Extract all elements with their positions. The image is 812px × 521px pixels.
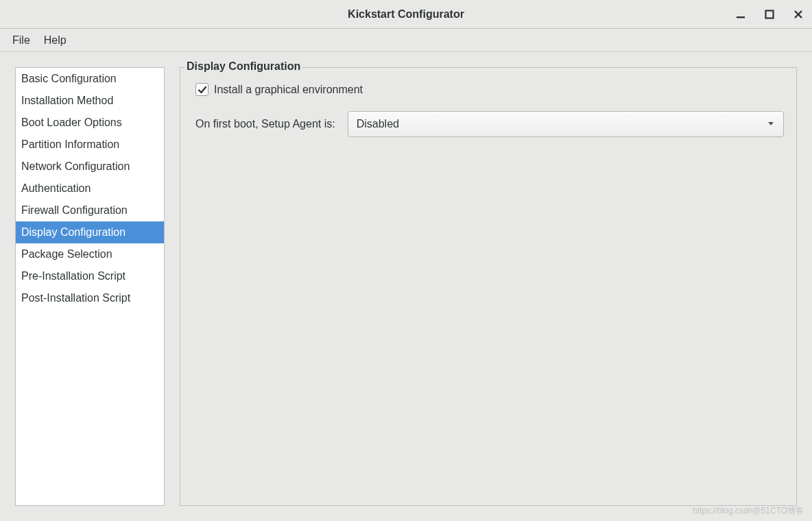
- close-icon: [793, 10, 803, 19]
- menubar: File Help: [0, 29, 812, 52]
- window-controls: [732, 0, 807, 28]
- close-button[interactable]: [790, 6, 807, 23]
- setup-agent-combo[interactable]: Disabled: [348, 111, 784, 137]
- checkmark-icon: [198, 85, 207, 95]
- chevron-down-icon: [767, 118, 775, 130]
- sidebar-item-pre-installation-script[interactable]: Pre-Installation Script: [16, 265, 164, 287]
- sidebar-item-basic-configuration[interactable]: Basic Configuration: [16, 68, 164, 90]
- sidebar-item-post-installation-script[interactable]: Post-Installation Script: [16, 287, 164, 309]
- sidebar-item-authentication[interactable]: Authentication: [16, 178, 164, 199]
- minimize-button[interactable]: [732, 6, 749, 23]
- maximize-icon: [765, 10, 774, 19]
- sidebar-item-package-selection[interactable]: Package Selection: [16, 243, 164, 265]
- menu-help[interactable]: Help: [37, 32, 73, 49]
- sidebar-item-boot-loader-options[interactable]: Boot Loader Options: [16, 112, 164, 134]
- setup-agent-label: On first boot, Setup Agent is:: [195, 118, 335, 130]
- install-graphical-row: Install a graphical environment: [195, 83, 784, 96]
- sidebar-item-network-configuration[interactable]: Network Configuration: [16, 156, 164, 178]
- sidebar-item-display-configuration[interactable]: Display Configuration: [16, 221, 164, 243]
- group-title: Display Configuration: [184, 60, 302, 73]
- sidebar-item-installation-method[interactable]: Installation Method: [16, 90, 164, 112]
- maximize-button[interactable]: [761, 6, 778, 23]
- content-wrapper: Basic Configuration Installation Method …: [0, 52, 812, 521]
- display-configuration-group: Display Configuration Install a graphica…: [180, 67, 797, 506]
- svg-rect-1: [766, 10, 774, 18]
- sidebar-item-partition-information[interactable]: Partition Information: [16, 134, 164, 156]
- main-panel: Display Configuration Install a graphica…: [180, 67, 797, 506]
- sidebar: Basic Configuration Installation Method …: [15, 67, 165, 506]
- menu-file[interactable]: File: [5, 32, 37, 49]
- svg-marker-4: [768, 122, 774, 125]
- svg-rect-0: [737, 16, 745, 18]
- sidebar-item-firewall-configuration[interactable]: Firewall Configuration: [16, 199, 164, 221]
- window-title: Kickstart Configurator: [348, 8, 464, 21]
- install-graphical-label: Install a graphical environment: [214, 84, 363, 96]
- setup-agent-row: On first boot, Setup Agent is: Disabled: [195, 111, 784, 137]
- install-graphical-checkbox[interactable]: [195, 83, 208, 96]
- minimize-icon: [736, 10, 745, 19]
- setup-agent-value: Disabled: [357, 118, 399, 130]
- titlebar: Kickstart Configurator: [0, 0, 812, 29]
